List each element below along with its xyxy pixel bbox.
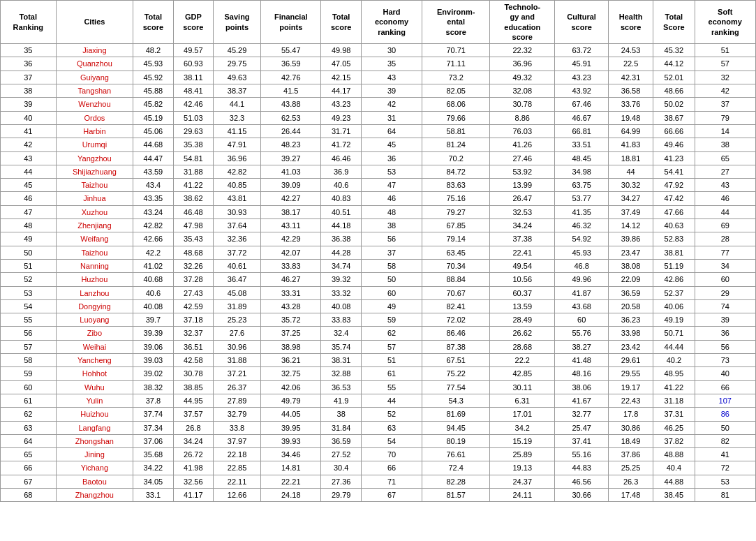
data-cell: 68.06: [422, 98, 490, 111]
data-cell: 45.29: [214, 44, 261, 57]
data-cell: 24.53: [609, 44, 653, 57]
city-cell: Nanning: [56, 259, 133, 272]
table-row: 45Taizhou43.441.2240.8539.0940.64783.631…: [1, 179, 756, 192]
data-cell: 56: [695, 340, 755, 353]
data-cell: 36.59: [321, 434, 361, 447]
data-cell: 32: [695, 71, 755, 84]
table-row: 60Wuhu38.3238.8526.3742.0636.535577.5430…: [1, 380, 756, 394]
data-cell: 43.88: [261, 98, 321, 111]
data-cell: 19.13: [490, 461, 555, 475]
data-cell: 58: [361, 259, 422, 272]
data-cell: 30.86: [609, 421, 653, 434]
data-cell: 45.82: [133, 98, 173, 111]
data-cell: 38: [321, 408, 361, 421]
data-cell: 40.83: [321, 192, 361, 205]
data-cell: 39.06: [133, 340, 173, 353]
data-cell: 33.31: [261, 286, 321, 299]
data-cell: 34.27: [609, 192, 653, 205]
data-cell: 40.08: [321, 299, 361, 313]
data-cell: 13.99: [490, 179, 555, 192]
data-cell: 79.27: [422, 205, 490, 218]
data-cell: 34.46: [261, 448, 321, 461]
data-cell: 60: [361, 286, 422, 299]
data-cell: 63.75: [555, 179, 609, 192]
data-cell: 41.83: [609, 138, 653, 151]
data-cell: 42.06: [261, 380, 321, 394]
data-cell: 37.49: [609, 205, 653, 218]
data-cell: 49.19: [653, 313, 695, 327]
data-cell: 19.17: [609, 380, 653, 394]
data-cell: 40.63: [653, 219, 695, 232]
data-cell: 33.51: [555, 138, 609, 151]
table-row: 44Shijiazhuang43.5931.8842.8241.0336.953…: [1, 165, 756, 178]
data-cell: 49.98: [321, 44, 361, 57]
data-cell: 51: [1, 259, 57, 272]
data-cell: 25.89: [490, 448, 555, 461]
data-cell: 39: [695, 313, 755, 327]
data-cell: 37.64: [214, 219, 261, 232]
data-cell: 38.98: [261, 340, 321, 353]
data-cell: 35: [361, 57, 422, 71]
table-row: 63Langfang37.3426.833.839.9531.846394.45…: [1, 421, 756, 434]
data-cell: 44.44: [653, 340, 695, 353]
data-cell: 38.08: [609, 259, 653, 272]
data-cell: 43.59: [133, 165, 173, 178]
table-row: 41Harbin45.0629.6341.1526.4431.716458.81…: [1, 124, 756, 138]
data-cell: 44.88: [653, 475, 695, 488]
data-cell: 39: [1, 98, 57, 111]
data-cell: 36.47: [214, 273, 261, 286]
data-cell: 40: [695, 367, 755, 380]
data-cell: 54.3: [422, 394, 490, 407]
data-cell: 25.23: [214, 313, 261, 327]
data-cell: 22.21: [261, 475, 321, 488]
data-cell: 70.71: [422, 44, 490, 57]
data-cell: 26.8: [173, 421, 213, 434]
data-cell: 50: [1, 246, 57, 259]
data-cell: 75.16: [422, 192, 490, 205]
city-cell: Dongying: [56, 299, 133, 313]
data-cell: 60: [1, 380, 57, 394]
data-cell: 45: [361, 138, 422, 151]
city-cell: Lanzhou: [56, 286, 133, 299]
data-cell: 38: [361, 219, 422, 232]
data-cell: 44: [361, 394, 422, 407]
data-cell: 27: [695, 165, 755, 178]
data-cell: 47.42: [653, 192, 695, 205]
data-cell: 39.03: [133, 354, 173, 367]
data-cell: 42.15: [321, 71, 361, 84]
data-cell: 32.08: [490, 84, 555, 98]
city-cell: Zhongshan: [56, 434, 133, 447]
data-cell: 70.2: [422, 151, 490, 165]
data-cell: 10.56: [490, 273, 555, 286]
data-cell: 35.38: [173, 138, 213, 151]
data-cell: 25.25: [609, 461, 653, 475]
data-cell: 81.57: [422, 488, 490, 501]
data-cell: 32.36: [214, 232, 261, 246]
data-cell: 41: [1, 124, 57, 138]
col-header-gdp-score: GDPscore: [173, 1, 213, 44]
data-cell: 44.95: [173, 394, 213, 407]
data-cell: 43: [361, 71, 422, 84]
data-cell: 40.06: [653, 299, 695, 313]
table-header-row: TotalRanking Cities Totalscore GDPscore …: [1, 1, 756, 44]
data-cell: 41.72: [321, 138, 361, 151]
data-cell: 53.92: [490, 165, 555, 178]
data-cell: 41.15: [214, 124, 261, 138]
data-cell: 44.05: [261, 408, 321, 421]
data-cell: 34.74: [321, 259, 361, 272]
data-cell: 63.45: [422, 246, 490, 259]
table-row: 52Huzhou40.6837.2836.4746.2739.325088.84…: [1, 273, 756, 286]
data-cell: 36.21: [261, 354, 321, 367]
data-cell: 37.57: [173, 408, 213, 421]
data-cell: 56: [361, 232, 422, 246]
data-cell: 44.1: [214, 98, 261, 111]
data-cell: 42.29: [261, 232, 321, 246]
data-cell: 38.85: [173, 380, 213, 394]
data-cell: 42.58: [173, 354, 213, 367]
data-cell: 37.18: [173, 313, 213, 327]
data-cell: 72: [695, 461, 755, 475]
data-cell: 42.76: [261, 71, 321, 84]
data-cell: 77.54: [422, 380, 490, 394]
data-cell: 13.59: [490, 299, 555, 313]
data-cell: 36.51: [173, 340, 213, 353]
